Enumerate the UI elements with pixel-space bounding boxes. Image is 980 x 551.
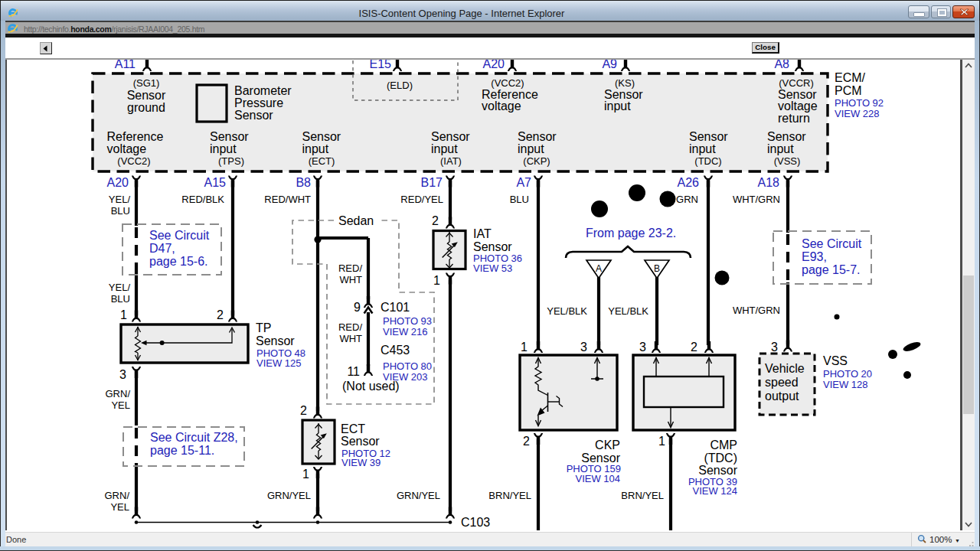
svg-text:Pressure: Pressure xyxy=(234,96,283,109)
svg-text:BLU: BLU xyxy=(510,194,529,205)
svg-text:(KS): (KS) xyxy=(615,77,635,89)
svg-text:input: input xyxy=(767,142,794,155)
svg-text:Vehicle: Vehicle xyxy=(765,362,805,375)
svg-text:See Circuit Z28,: See Circuit Z28, xyxy=(150,431,238,444)
svg-text:ground: ground xyxy=(127,101,165,114)
svg-text:input: input xyxy=(604,99,631,112)
svg-text:VIEW 53: VIEW 53 xyxy=(473,262,512,274)
svg-text:IAT: IAT xyxy=(473,227,492,240)
svg-text:GRN: GRN xyxy=(676,194,698,205)
svg-text:C101: C101 xyxy=(381,301,410,314)
svg-text:WHT: WHT xyxy=(339,274,362,285)
svg-text:YEL: YEL xyxy=(110,501,129,513)
svg-text:C453: C453 xyxy=(381,344,410,357)
svg-text:ECT: ECT xyxy=(341,422,365,435)
svg-text:voltage: voltage xyxy=(482,99,521,112)
svg-text:YEL/: YEL/ xyxy=(109,282,131,293)
svg-text:(SG1): (SG1) xyxy=(133,77,160,89)
svg-text:VSS: VSS xyxy=(823,354,848,367)
svg-text:A: A xyxy=(596,263,602,274)
svg-text:A7: A7 xyxy=(516,176,531,189)
svg-text:Sensor: Sensor xyxy=(302,130,341,143)
svg-text:Reference: Reference xyxy=(482,88,538,101)
svg-text:Sensor: Sensor xyxy=(604,88,643,101)
svg-text:(TDC): (TDC) xyxy=(694,155,721,167)
svg-text:GRN/YEL: GRN/YEL xyxy=(267,490,311,501)
svg-text:See Circuit: See Circuit xyxy=(149,229,210,242)
svg-text:See Circuit: See Circuit xyxy=(802,237,862,250)
svg-text:YEL/BLK: YEL/BLK xyxy=(547,305,587,317)
svg-text:WHT/GRN: WHT/GRN xyxy=(733,305,780,316)
svg-text:VIEW 125: VIEW 125 xyxy=(256,357,302,369)
svg-text:input: input xyxy=(431,142,458,155)
svg-text:WHT/GRN: WHT/GRN xyxy=(733,194,780,205)
svg-text:B: B xyxy=(654,263,660,274)
svg-text:input: input xyxy=(302,142,329,155)
svg-text:Sensor: Sensor xyxy=(518,130,557,143)
svg-text:(VCC2): (VCC2) xyxy=(491,77,524,89)
svg-text:C103: C103 xyxy=(461,516,490,529)
svg-text:VIEW 39: VIEW 39 xyxy=(341,457,381,468)
svg-text:PHOTO 80: PHOTO 80 xyxy=(383,360,432,372)
svg-text:speed: speed xyxy=(765,376,799,389)
svg-text:(VSS): (VSS) xyxy=(774,155,801,167)
svg-text:2: 2 xyxy=(691,341,697,354)
svg-text:Sensor: Sensor xyxy=(431,130,470,143)
svg-text:(TPS): (TPS) xyxy=(218,155,244,167)
svg-text:BLU: BLU xyxy=(111,205,130,217)
svg-text:BRN/YEL: BRN/YEL xyxy=(621,490,664,501)
svg-text:Barometer: Barometer xyxy=(234,84,292,97)
svg-text:WHT: WHT xyxy=(339,333,362,344)
svg-text:2: 2 xyxy=(523,435,530,448)
svg-text:RED/WHT: RED/WHT xyxy=(264,194,311,205)
svg-text:CMP: CMP xyxy=(710,439,737,452)
svg-text:2: 2 xyxy=(432,214,439,227)
svg-text:1: 1 xyxy=(302,468,309,481)
svg-text:A26: A26 xyxy=(678,176,700,189)
svg-text:1: 1 xyxy=(658,435,665,448)
svg-text:voltage: voltage xyxy=(778,99,818,112)
svg-text:(VCCR): (VCCR) xyxy=(779,77,814,89)
svg-text:3: 3 xyxy=(771,341,778,354)
svg-text:GRN/: GRN/ xyxy=(106,388,131,399)
svg-text:From page 23-2.: From page 23-2. xyxy=(586,227,676,240)
svg-text:A20: A20 xyxy=(107,176,129,189)
svg-text:output: output xyxy=(765,390,799,403)
svg-text:Sensor: Sensor xyxy=(473,240,512,253)
svg-text:BRN/YEL: BRN/YEL xyxy=(488,490,531,501)
svg-text:(VCC2): (VCC2) xyxy=(117,155,150,167)
svg-text:PHOTO 93: PHOTO 93 xyxy=(383,315,432,327)
svg-text:(TDC): (TDC) xyxy=(704,452,737,465)
svg-text:A20: A20 xyxy=(483,60,505,70)
svg-text:1: 1 xyxy=(433,274,440,287)
svg-text:(ELD): (ELD) xyxy=(387,80,413,91)
svg-text:Sedan: Sedan xyxy=(338,214,374,227)
svg-text:YEL/BLK: YEL/BLK xyxy=(608,305,648,317)
svg-text:RED/: RED/ xyxy=(338,262,362,274)
svg-text:VIEW 228: VIEW 228 xyxy=(835,108,880,119)
svg-text:(IAT): (IAT) xyxy=(440,155,462,167)
svg-text:voltage: voltage xyxy=(107,142,147,155)
svg-text:Sensor: Sensor xyxy=(778,88,817,101)
svg-text:VIEW 124: VIEW 124 xyxy=(692,485,737,497)
svg-text:Sensor: Sensor xyxy=(234,109,273,122)
svg-text:VIEW 216: VIEW 216 xyxy=(383,326,428,337)
svg-text:E93,: E93, xyxy=(802,250,827,263)
svg-text:A8: A8 xyxy=(774,60,789,70)
svg-text:BLU: BLU xyxy=(111,293,130,305)
svg-text:(CKP): (CKP) xyxy=(523,155,550,167)
svg-text:Reference: Reference xyxy=(107,130,164,143)
svg-text:A15: A15 xyxy=(204,176,227,189)
svg-text:RED/YEL: RED/YEL xyxy=(400,194,443,205)
svg-text:Sensor: Sensor xyxy=(256,334,295,347)
svg-text:input: input xyxy=(518,142,544,155)
svg-text:page 15-6.: page 15-6. xyxy=(149,255,208,268)
svg-text:VIEW 104: VIEW 104 xyxy=(575,473,620,484)
svg-text:2: 2 xyxy=(300,404,307,417)
svg-text:page 15-7.: page 15-7. xyxy=(802,263,861,276)
svg-text:input: input xyxy=(689,142,716,155)
svg-text:3: 3 xyxy=(580,341,587,354)
svg-text:RED/BLK: RED/BLK xyxy=(181,194,224,205)
svg-text:Sensor: Sensor xyxy=(341,435,380,448)
svg-text:TP: TP xyxy=(256,321,271,334)
